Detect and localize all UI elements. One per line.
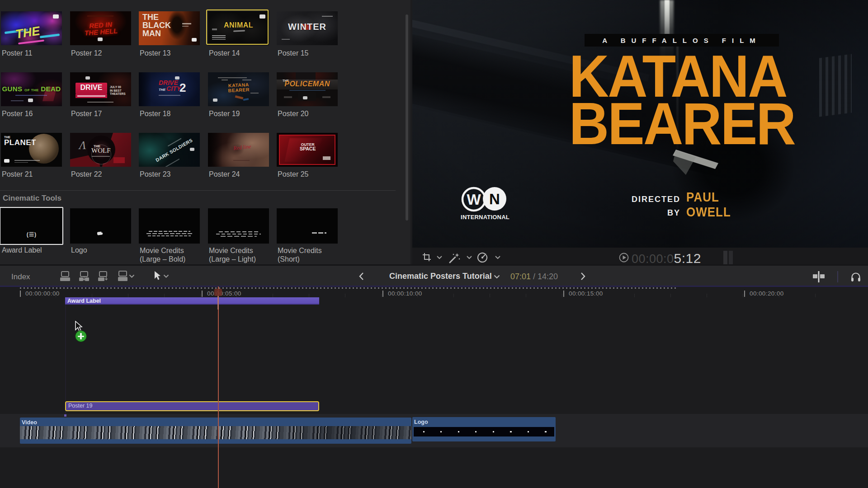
svg-text:INTERNATIONAL: INTERNATIONAL	[461, 214, 509, 221]
svg-text:N: N	[489, 191, 500, 207]
svg-text:W: W	[467, 191, 481, 208]
